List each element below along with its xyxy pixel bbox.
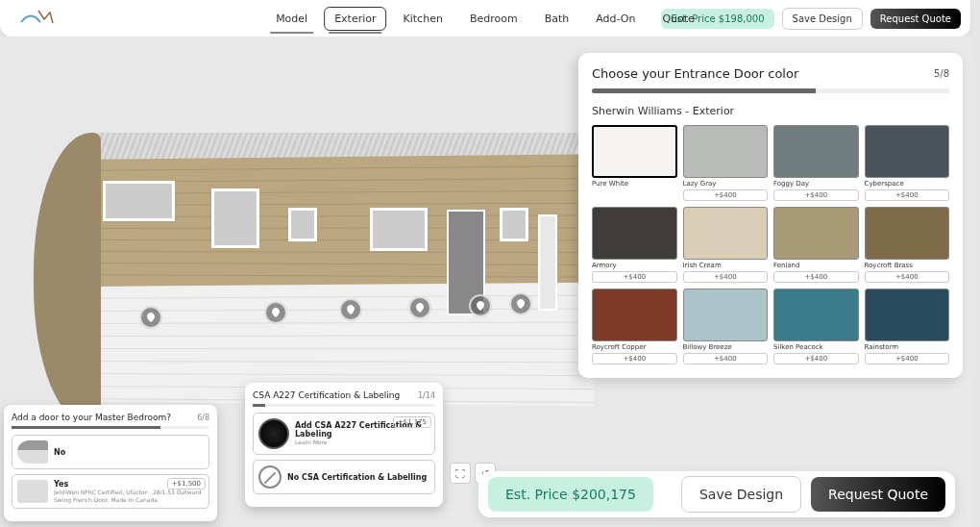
main-nav: ModelExteriorKitchenBedroomBathAdd-OnQuo… [265,7,705,31]
save-design-button[interactable]: Save Design [782,8,863,30]
hotspot[interactable] [408,296,431,319]
footer-save-button[interactable]: Save Design [681,476,801,513]
nav-model[interactable]: Model [265,7,318,31]
swatch-fenland[interactable]: Fenland+$400 [773,207,859,283]
footer-quote-button[interactable]: Request Quote [811,477,945,512]
hotspot[interactable] [509,292,532,315]
popup-title: CSA A227 Certification & Labeling [253,390,400,400]
swatch-roycroft-brass[interactable]: Roycroft Brass+$400 [865,207,950,283]
footer-bar: Est. Price $200,175 Save Design Request … [478,471,955,517]
swatch-silken-peacock[interactable]: Silken Peacock+$400 [773,289,859,364]
cert-option-add[interactable]: +$1,175 Add CSA A227 Certification & Lab… [253,413,435,455]
panel-step: 5/8 [934,68,949,79]
popup-step: 6/8 [197,414,209,422]
door-option-no[interactable]: No [12,435,209,469]
popup-certification: CSA A227 Certification & Labeling 1/14 +… [245,383,443,507]
hotspot[interactable] [264,301,287,324]
swatch-roycroft-copper[interactable]: Roycroft Copper+$400 [592,289,677,364]
hotspot[interactable] [339,298,362,321]
hotspot[interactable] [139,306,162,329]
nav-bedroom[interactable]: Bedroom [459,7,528,31]
door-option-yes[interactable]: +$1,500 YesJeld-Wen NFRC Certified, Ufac… [12,474,209,509]
cert-option-none[interactable]: No CSA Certification & Labelling [253,460,435,494]
swatch-billowy-breeze[interactable]: Billowy Breeze+$400 [683,289,769,364]
hotspot[interactable] [469,294,492,317]
swatch-irish-cream[interactable]: Irish Cream+$400 [683,207,769,283]
popup-title: Add a door to your Master Bedroom? [12,413,171,422]
nav-exterior[interactable]: Exterior [324,7,386,31]
nav-kitchen[interactable]: Kitchen [393,7,453,31]
fullscreen-button[interactable]: ⛶ [450,463,471,484]
panel-title: Choose your Entrance Door color [592,66,798,81]
no-icon [258,465,282,489]
brand-label: Sherwin Williams - Exterior [592,105,949,117]
swatch-pure-white[interactable]: Pure White [592,125,677,201]
nav-bath[interactable]: Bath [534,7,580,31]
request-quote-button[interactable]: Request Quote [870,9,961,29]
popup-step: 1/14 [418,391,435,400]
footer-price-badge[interactable]: Est. Price $200,175 [488,477,653,512]
swatch-cyberspace[interactable]: Cyberspace+$400 [865,125,950,201]
swatch-lazy-gray[interactable]: Lazy Gray+$400 [683,125,769,201]
logo [10,5,67,32]
color-panel: Choose your Entrance Door color 5/8 Sher… [578,53,963,378]
swatch-armory[interactable]: Armory+$400 [592,207,677,283]
popup-master-door: Add a door to your Master Bedroom? 6/8 N… [4,405,217,521]
nav-quote[interactable]: Quote [651,7,704,31]
swatch-rainstorm[interactable]: Rainstorm+$400 [865,289,950,364]
swatch-foggy-day[interactable]: Foggy Day+$400 [773,125,859,201]
nav-add-on[interactable]: Add-On [585,7,646,31]
